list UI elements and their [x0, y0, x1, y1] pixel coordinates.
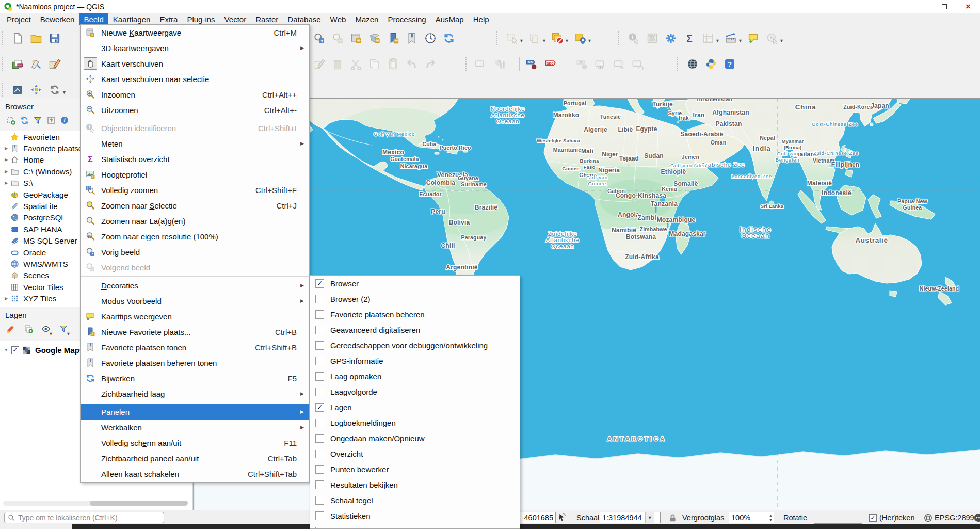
toolbar-grip[interactable]: [496, 31, 500, 45]
abacus-button[interactable]: [643, 29, 662, 47]
help-button[interactable]: ?: [720, 55, 739, 73]
crs-status[interactable]: EPSG:28992: [924, 512, 978, 523]
select-loc-button[interactable]: [571, 29, 589, 47]
menuitem-kaarttips-weergeven[interactable]: Kaarttips weergeven: [81, 309, 309, 324]
menu-ausmap[interactable]: AusMap: [431, 13, 469, 25]
menuitem-zoomen-naar-selectie[interactable]: Zoomen naar SelectieCtrl+J: [81, 198, 309, 213]
b-filter-button[interactable]: [31, 114, 44, 126]
expander-icon[interactable]: ▶: [2, 146, 10, 151]
menuitem-uitzoomen[interactable]: UitzoomenCtrl+Alt+-: [81, 102, 309, 118]
scale-combo[interactable]: 1:31984944 ▼: [600, 512, 661, 523]
identify-button[interactable]: i: [624, 29, 643, 47]
label-ab-pin-button[interactable]: ab: [573, 55, 592, 73]
l-style-button[interactable]: [4, 323, 18, 335]
undo-button[interactable]: [403, 55, 421, 73]
panel-toggle-browser[interactable]: ✓Browser: [310, 276, 520, 291]
checkbox[interactable]: [315, 419, 324, 427]
layer-expander-icon[interactable]: ▼: [2, 348, 10, 352]
edit-pencil-button[interactable]: [45, 55, 64, 73]
magnifier-spinbox[interactable]: 100% ▲▼: [729, 512, 774, 523]
l-addgroup-button[interactable]: [22, 323, 35, 335]
square-blue-button[interactable]: [8, 81, 27, 99]
menu-database[interactable]: Database: [283, 13, 325, 25]
clock-button[interactable]: [421, 29, 440, 47]
menuitem-meten[interactable]: Meten▶: [81, 136, 309, 151]
b-add-button[interactable]: [4, 114, 18, 126]
label-abc-red-button[interactable]: abc: [541, 55, 560, 73]
toolbar-grip[interactable]: [2, 83, 5, 97]
toolbar-grip[interactable]: [465, 57, 469, 71]
panel-toggle-statistieken[interactable]: Statistieken: [310, 508, 520, 523]
checkbox[interactable]: [315, 496, 324, 505]
label-abc-refresh-button[interactable]: abc: [629, 55, 648, 73]
menu-web[interactable]: Web: [326, 13, 351, 25]
panel-toggle-gereedschappen-voor-debuggen-ontwikkeling[interactable]: Gereedschappen voor debuggen/ontwikkelin…: [310, 338, 520, 353]
locator-search[interactable]: Type om te lokaliseren (Ctrl+K): [4, 512, 164, 523]
checkbox[interactable]: [315, 357, 324, 365]
datasource-button[interactable]: [8, 55, 27, 73]
new-vector-button[interactable]: [27, 55, 45, 73]
label-abc-arrow-button[interactable]: abc: [611, 55, 629, 73]
messages-icon[interactable]: [972, 512, 980, 523]
bookmarks-button[interactable]: [403, 29, 421, 47]
checkbox[interactable]: [315, 465, 324, 474]
label-abc-eye-button[interactable]: abc: [592, 55, 611, 73]
maptips-button[interactable]: [744, 29, 763, 47]
checkbox[interactable]: [315, 434, 324, 443]
menuitem-volledig-scherm-aan-uit[interactable]: Volledig scherm aan/uitF11: [81, 435, 309, 451]
panel-toggle-geavanceerd-digitaliseren[interactable]: Geavanceerd digitaliseren: [310, 322, 520, 338]
panel-toggle-tijdbeheer[interactable]: Tijdbeheer: [310, 523, 520, 529]
minimize-button[interactable]: [909, 0, 933, 13]
panel-toggle-gps-informatie[interactable]: GPS-informatie: [310, 353, 520, 368]
checkbox[interactable]: [315, 480, 324, 489]
new-3d-button[interactable]: ✳: [365, 29, 384, 47]
menu-bewerken[interactable]: Bewerken: [36, 13, 79, 25]
menu-extra[interactable]: Extra: [155, 13, 182, 25]
panel-toggle-overzicht[interactable]: Overzicht: [310, 446, 520, 461]
coordinate-pointer-icon[interactable]: [557, 512, 567, 523]
toolbar-grip[interactable]: [618, 31, 621, 45]
expander-icon[interactable]: ▶: [2, 181, 10, 185]
checkbox[interactable]: [315, 388, 324, 396]
panel-toggle-punten-bewerker[interactable]: Punten bewerker: [310, 461, 520, 477]
checkbox[interactable]: [315, 326, 324, 334]
checkbox[interactable]: ✓: [315, 403, 324, 412]
new-map-view-button[interactable]: ✳: [347, 29, 365, 47]
globe-dark-button[interactable]: [683, 55, 702, 73]
menuitem-volgend-beeld[interactable]: Volgend beeld: [81, 260, 309, 275]
menuitem-nieuwe-kaartweergave[interactable]: ✳Nieuwe KaartweergaveCtrl+M: [81, 25, 309, 40]
redo-button[interactable]: [421, 55, 440, 73]
toolbar-grip[interactable]: [677, 57, 680, 71]
checkbox[interactable]: [315, 527, 324, 529]
menuitem-bijwerken[interactable]: BijwerkenF5: [81, 371, 309, 386]
refresh-button[interactable]: [440, 29, 458, 47]
panel-toggle-favoriete-plaatsen-beheren[interactable]: Favoriete plaatsen beheren: [310, 307, 520, 322]
zoom-next-button[interactable]: [328, 29, 347, 47]
deselect-all-button[interactable]: [548, 29, 567, 47]
panel-toggle-lagen[interactable]: ✓Lagen: [310, 399, 520, 415]
label-abc-button[interactable]: abc: [472, 55, 490, 73]
toolbar-grip[interactable]: [2, 31, 5, 45]
menu-processing[interactable]: Processing: [383, 13, 430, 25]
menuitem-alleen-kaart-schakelen[interactable]: Alleen kaart schakelenCtrl+Shift+Tab: [81, 466, 309, 482]
menu-vector[interactable]: Vector: [220, 13, 251, 25]
checkbox[interactable]: [315, 511, 324, 520]
menuitem-kaart-verschuiven[interactable]: Kaart verschuiven: [81, 56, 309, 71]
scissors-button[interactable]: [347, 55, 365, 73]
layers-horizontal-scrollbar[interactable]: [3, 501, 188, 506]
python-button[interactable]: [702, 55, 720, 73]
menuitem-kaart-verschuiven-naar-selectie[interactable]: Kaart verschuiven naar selectie: [81, 71, 309, 87]
menu-help[interactable]: Help: [469, 13, 494, 25]
new-doc-button[interactable]: [8, 29, 27, 47]
menuitem-3d-kaartweergaven[interactable]: 3D-kaartweergaven▶: [81, 40, 309, 56]
menu-raster[interactable]: Raster: [251, 13, 283, 25]
menuitem-decoraties[interactable]: Decoraties▶: [81, 278, 309, 293]
move-arrows-button[interactable]: [27, 81, 45, 99]
save-button[interactable]: [45, 29, 64, 47]
diagram-button[interactable]: [490, 55, 509, 73]
label-ab-blue-button[interactable]: ab: [523, 55, 541, 73]
expander-icon[interactable]: ▶: [2, 169, 10, 174]
checkbox[interactable]: [315, 310, 324, 319]
menuitem-statistisch-overzicht[interactable]: ΣStatistisch overzicht: [81, 151, 309, 167]
checkbox[interactable]: [315, 372, 324, 381]
